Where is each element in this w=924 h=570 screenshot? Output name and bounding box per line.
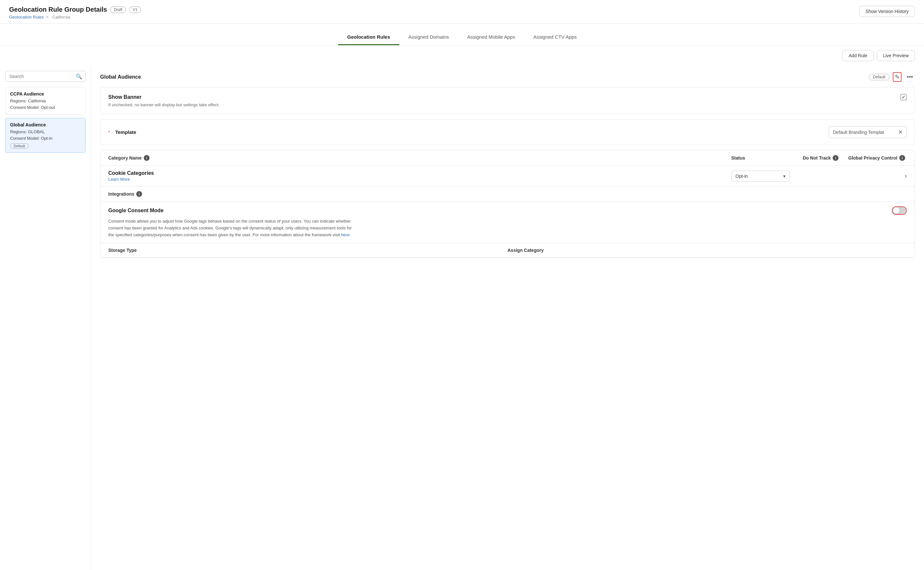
template-value: Default Branding Templat: [833, 130, 896, 135]
cookie-categories-cell: Cookie Categories Learn More: [108, 170, 731, 182]
edit-icon: ✎: [895, 74, 899, 80]
content-actions: Default ✎ •••: [869, 72, 915, 82]
show-banner-checkbox[interactable]: ✓: [900, 94, 907, 100]
live-preview-button[interactable]: Live Preview: [877, 50, 915, 61]
gcm-here-link[interactable]: here: [341, 232, 350, 237]
content-header: Global Audience Default ✎ •••: [100, 72, 915, 82]
audience-title: Global Audience: [100, 74, 141, 80]
gcm-description: Consent mode allows you to adjust how Go…: [108, 218, 355, 238]
required-indicator: *: [108, 130, 110, 135]
show-banner-card: Show Banner ✓ If unchecked, no banner wi…: [100, 87, 915, 114]
header-left: Geolocation Rule Group Details Draft V1 …: [9, 6, 141, 20]
tab-assigned-ctv-apps[interactable]: Assigned CTV Apps: [524, 29, 586, 45]
cookie-categories-row: Cookie Categories Learn More Opt-in ▾ ›: [100, 166, 915, 187]
chevron-down-icon: ▾: [783, 173, 786, 179]
storage-type-header: Storage Type Assign Category: [100, 243, 915, 258]
sidebar: 🔍 CCPA Audience Regions: California Cons…: [0, 66, 91, 570]
global-privacy-info-icon[interactable]: i: [899, 155, 905, 161]
content-toolbar: Add Rule Live Preview: [0, 46, 924, 66]
breadcrumb: Geolocation Rules > California: [9, 15, 141, 20]
search-input[interactable]: [5, 71, 86, 82]
clear-template-icon[interactable]: ✕: [898, 129, 903, 135]
tab-assigned-mobile-apps[interactable]: Assigned Mobile Apps: [458, 29, 525, 45]
template-label: Template: [115, 129, 136, 135]
status-cell: Opt-in ▾: [731, 171, 803, 182]
status-value: Opt-in: [735, 173, 781, 179]
toggle-thumb: [893, 207, 899, 214]
draft-badge: Draft: [110, 6, 126, 13]
page-header: Geolocation Rule Group Details Draft V1 …: [0, 0, 924, 24]
status-dropdown[interactable]: Opt-in ▾: [731, 171, 790, 182]
row-arrow-cell: ›: [848, 173, 907, 179]
sidebar-item-global[interactable]: Global Audience Regions: GLOBAL Consent …: [5, 118, 86, 153]
search-icon: 🔍: [76, 74, 82, 80]
check-icon: ✓: [902, 95, 906, 100]
main-content: Global Audience Default ✎ ••• Show Banne…: [91, 66, 924, 570]
th-category-name: Category Name i: [108, 155, 731, 161]
th-do-not-track: Do Not Track i: [803, 155, 848, 161]
version-badge: V1: [129, 6, 141, 13]
th-global-privacy-control: Global Privacy Control i: [848, 155, 907, 161]
more-icon: •••: [907, 74, 913, 80]
default-badge: Default: [10, 143, 29, 149]
add-rule-button[interactable]: Add Rule: [843, 50, 873, 61]
tab-assigned-domains[interactable]: Assigned Domains: [399, 29, 458, 45]
integrations-info-icon[interactable]: i: [136, 191, 142, 197]
tab-geolocation-rules[interactable]: Geolocation Rules: [338, 29, 399, 45]
th-status: Status: [731, 155, 803, 161]
gcm-row: Google Consent Mode Consent mode allows …: [100, 202, 915, 243]
th-storage-type: Storage Type: [108, 248, 508, 253]
do-not-track-info-icon[interactable]: i: [833, 155, 838, 161]
search-wrap: 🔍: [5, 71, 86, 82]
template-card: * Template Default Branding Templat ✕: [100, 119, 915, 145]
row-expand-button[interactable]: ›: [905, 173, 907, 179]
toggle-track: [892, 207, 906, 214]
categories-table-card: Category Name i Status Do Not Track i Gl…: [100, 150, 915, 258]
integrations-header: Integrations i: [100, 187, 915, 202]
tabs-bar: Geolocation Rules Assigned Domains Assig…: [0, 29, 924, 46]
learn-more-link[interactable]: Learn More: [108, 177, 731, 182]
show-version-history-button[interactable]: Show Version History: [859, 6, 915, 17]
template-input-wrap[interactable]: Default Branding Templat ✕: [829, 126, 907, 138]
gcm-title: Google Consent Mode: [108, 208, 164, 213]
show-banner-subtitle: If unchecked, no banner will display but…: [108, 103, 907, 107]
category-name-info-icon[interactable]: i: [144, 155, 150, 161]
more-options-button[interactable]: •••: [905, 72, 915, 82]
main-layout: 🔍 CCPA Audience Regions: California Cons…: [0, 66, 924, 570]
th-assign-category: Assign Category: [508, 248, 907, 253]
gcm-toggle[interactable]: [892, 206, 907, 215]
breadcrumb-parent-link[interactable]: Geolocation Rules: [9, 15, 44, 20]
edit-icon-button[interactable]: ✎: [893, 72, 902, 82]
page-title: Geolocation Rule Group Details Draft V1: [9, 6, 141, 13]
sidebar-item-ccpa[interactable]: CCPA Audience Regions: California Consen…: [5, 87, 86, 115]
table-header: Category Name i Status Do Not Track i Gl…: [100, 150, 915, 166]
content-default-tag: Default: [869, 74, 890, 80]
